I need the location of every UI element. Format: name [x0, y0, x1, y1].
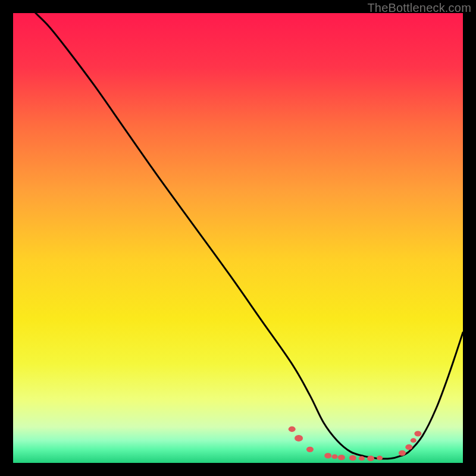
marker-dot	[332, 455, 338, 459]
marker-dot	[411, 438, 416, 443]
watermark-text: TheBottleneck.com	[367, 1, 471, 15]
marker-dot	[367, 456, 374, 461]
marker-dot	[338, 455, 345, 460]
marker-dot	[359, 456, 365, 461]
marker-dot	[349, 455, 356, 461]
bottleneck-curve	[36, 13, 463, 459]
marker-dot	[399, 450, 406, 456]
marker-dot	[289, 427, 296, 432]
marker-dot	[414, 431, 421, 436]
marker-dot	[306, 447, 314, 452]
marker-dot	[324, 453, 331, 458]
marker-dot	[405, 444, 412, 450]
plot-area	[13, 13, 463, 463]
marker-dot	[295, 435, 303, 441]
chart-canvas: TheBottleneck.com	[0, 0, 476, 476]
marker-dot	[377, 456, 383, 461]
chart-lines	[13, 13, 463, 463]
